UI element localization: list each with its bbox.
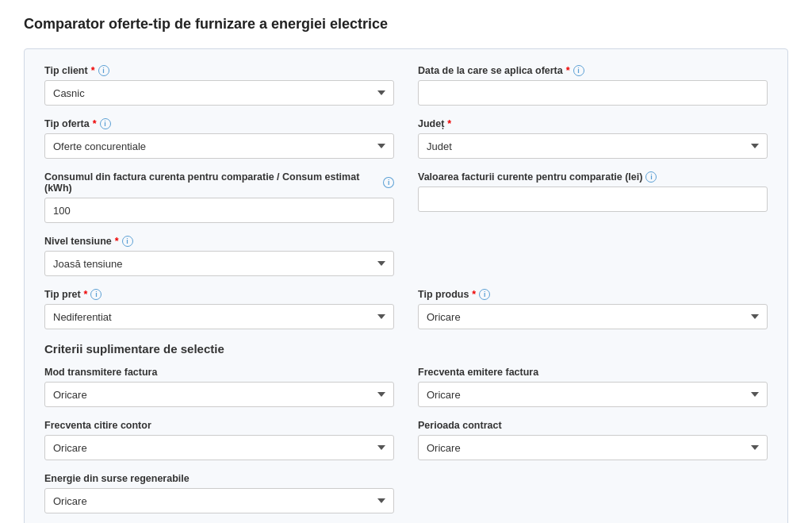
form-group-judet: Județ * Judet <box>418 118 768 159</box>
label-tip-oferta: Tip oferta * i <box>44 118 394 129</box>
form-group-consum: Consumul din factura curenta pentru comp… <box>44 171 394 223</box>
label-frecventa-emitere: Frecventa emitere factura <box>418 367 768 378</box>
form-group-data-aplicare: Data de la care se aplica oferta * i <box>418 65 768 106</box>
select-tip-client[interactable]: Casnic Non-casnic <box>44 80 394 106</box>
label-nivel-tensiune: Nivel tensiune * i <box>44 236 394 247</box>
page-wrapper: Comparator oferte-tip de furnizare a ene… <box>0 0 812 523</box>
form-group-nivel-tensiune: Nivel tensiune * i Joasă tensiune Medie … <box>44 236 394 276</box>
form-row-4: Nivel tensiune * i Joasă tensiune Medie … <box>44 236 768 276</box>
form-row-1: Tip client * i Casnic Non-casnic Data de… <box>44 65 768 106</box>
select-frecventa-citire[interactable]: Oricare <box>44 435 394 460</box>
form-group-frecventa-emitere: Frecventa emitere factura Oricare <box>418 367 768 407</box>
label-consum: Consumul din factura curenta pentru comp… <box>44 171 394 194</box>
required-tip-pret: * <box>84 289 88 300</box>
select-judet[interactable]: Judet <box>418 133 768 159</box>
info-icon-consum[interactable]: i <box>383 177 394 188</box>
page-title: Comparator oferte-tip de furnizare a ene… <box>24 16 788 33</box>
info-icon-nivel-tensiune[interactable]: i <box>122 236 133 247</box>
select-mod-transmitere[interactable]: Oricare <box>44 382 394 407</box>
info-icon-tip-client[interactable]: i <box>98 65 109 76</box>
form-row-5: Tip pret * i Nediferentiat Diferentiat T… <box>44 289 768 329</box>
required-data-aplicare: * <box>566 65 570 76</box>
required-judet: * <box>447 118 451 129</box>
required-nivel-tensiune: * <box>115 236 119 247</box>
form-group-tip-pret: Tip pret * i Nediferentiat Diferentiat <box>44 289 394 329</box>
select-tip-pret[interactable]: Nediferentiat Diferentiat <box>44 304 394 329</box>
required-tip-oferta: * <box>93 118 97 129</box>
label-tip-pret: Tip pret * i <box>44 289 394 300</box>
form-group-frecventa-citire: Frecventa citire contor Oricare <box>44 420 394 460</box>
info-icon-valoare-factura[interactable]: i <box>645 171 657 183</box>
info-icon-data-aplicare[interactable]: i <box>573 65 584 76</box>
select-perioada-contract[interactable]: Oricare <box>418 435 768 460</box>
info-icon-tip-pret[interactable]: i <box>90 289 102 300</box>
form-row-2: Tip oferta * i Oferte concurentiale Ofer… <box>44 118 768 159</box>
select-tip-produs[interactable]: Oricare <box>418 304 768 329</box>
label-tip-produs: Tip produs * i <box>418 289 768 300</box>
criteria-section-title: Criterii suplimentare de selectie <box>44 342 768 356</box>
form-group-mod-transmitere: Mod transmitere factura Oricare <box>44 367 394 407</box>
form-row-8: Energie din surse regenerabile Oricare <box>44 473 768 513</box>
input-consum[interactable] <box>44 198 394 223</box>
form-group-tip-client: Tip client * i Casnic Non-casnic <box>44 65 394 106</box>
form-group-perioada-contract: Perioada contract Oricare <box>418 420 768 460</box>
form-card: Tip client * i Casnic Non-casnic Data de… <box>24 48 788 523</box>
info-icon-tip-oferta[interactable]: i <box>100 118 111 129</box>
select-nivel-tensiune[interactable]: Joasă tensiune Medie tensiune Înaltă ten… <box>44 251 394 276</box>
required-tip-client: * <box>91 65 95 76</box>
label-data-aplicare: Data de la care se aplica oferta * i <box>418 65 768 76</box>
label-perioada-contract: Perioada contract <box>418 420 768 431</box>
label-energie-regenerabila: Energie din surse regenerabile <box>44 473 394 484</box>
input-data-aplicare[interactable] <box>418 80 768 106</box>
info-icon-tip-produs[interactable]: i <box>479 289 490 300</box>
form-group-spacer2 <box>418 473 768 513</box>
select-tip-oferta[interactable]: Oferte concurentiale Oferte reglementate <box>44 133 394 159</box>
select-energie-regenerabila[interactable]: Oricare <box>44 488 394 513</box>
label-valoare-factura: Valoarea facturii curente pentru compara… <box>418 171 768 183</box>
form-group-tip-produs: Tip produs * i Oricare <box>418 289 768 329</box>
select-frecventa-emitere[interactable]: Oricare <box>418 382 768 407</box>
form-group-tip-oferta: Tip oferta * i Oferte concurentiale Ofer… <box>44 118 394 159</box>
form-row-3: Consumul din factura curenta pentru comp… <box>44 171 768 223</box>
label-frecventa-citire: Frecventa citire contor <box>44 420 394 431</box>
form-group-spacer <box>418 236 768 276</box>
label-judet: Județ * <box>418 118 768 129</box>
label-mod-transmitere: Mod transmitere factura <box>44 367 394 378</box>
label-tip-client: Tip client * i <box>44 65 394 76</box>
required-tip-produs: * <box>472 289 476 300</box>
input-valoare-factura[interactable] <box>418 187 768 212</box>
form-group-valoare-factura: Valoarea facturii curente pentru compara… <box>418 171 768 223</box>
form-row-7: Frecventa citire contor Oricare Perioada… <box>44 420 768 460</box>
form-group-energie-regenerabila: Energie din surse regenerabile Oricare <box>44 473 394 513</box>
form-row-6: Mod transmitere factura Oricare Frecvent… <box>44 367 768 407</box>
